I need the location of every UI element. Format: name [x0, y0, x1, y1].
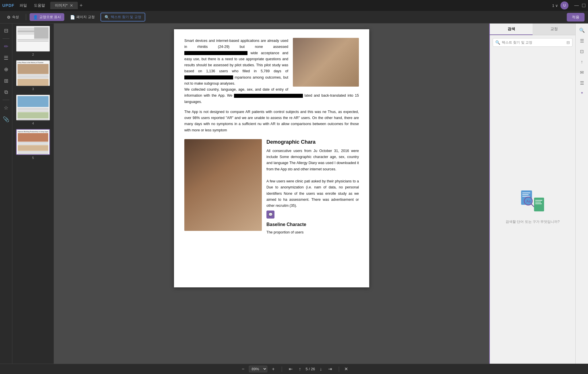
find-replace-label: 텍스트 찾기 및 교정 [111, 15, 141, 20]
zoom-in-button[interactable]: + [270, 366, 276, 372]
left-icon-bookmark[interactable]: ☆ [2, 103, 10, 113]
page-correction-button[interactable]: 📄 페이지 교정 [67, 13, 98, 21]
page-text-app: The App is not designed to compare AR pa… [184, 109, 359, 133]
thumbnail-image-5: Improve Working Productivity in Using Ap… [16, 129, 50, 155]
redacted-text-2 [184, 75, 233, 79]
comment-bubble[interactable]: 💬 [266, 211, 274, 219]
bottom-separator-2 [339, 367, 339, 372]
page-separator: / [309, 367, 311, 371]
left-icon-separator-2 [3, 100, 9, 100]
right-controls: 1 ∨ U [552, 1, 568, 9]
tab-close-button[interactable]: ✕ [70, 3, 73, 8]
panel-search-input[interactable] [502, 40, 565, 44]
left-icon-bar: ⊟ ✏ ☰ ⊕ ⊞ ⧉ ☆ 📎 [0, 24, 12, 364]
toolbar: ⚙ 속성 👤 교정으로 표시 📄 페이지 교정 🔍 텍스트 찾기 및 교정 적용 [0, 11, 588, 24]
thumbnail-sidebar: 2 A Key Phase in the History of Tourism … [12, 24, 54, 364]
panel-empty-state: Aa 검색할 단어 또는 구가 무엇입니까? [490, 50, 575, 364]
svg-rect-2 [522, 194, 529, 195]
user-avatar[interactable]: U [560, 1, 568, 9]
panel-tabs: 검색 교정 [490, 24, 575, 35]
thumbnail-number-4: 4 [32, 122, 34, 125]
first-page-button[interactable]: ⇤ [287, 366, 294, 372]
left-icon-layers[interactable]: ⧉ [3, 87, 10, 97]
prev-page-button[interactable]: ↑ [297, 366, 303, 372]
left-icon-separator [3, 38, 9, 39]
svg-rect-1 [522, 192, 530, 193]
bottom-separator [282, 367, 282, 372]
svg-rect-10 [535, 203, 542, 204]
left-icon-thumbnail[interactable]: ⊟ [2, 26, 10, 36]
bottom-bar: − 89% 75% 100% 125% 150% + ⇤ ↑ 5 / 26 ↓ … [0, 364, 588, 374]
settings-label: 속성 [12, 15, 19, 20]
zoom-out-button[interactable]: − [240, 366, 246, 372]
right-icon-bar: 🔍 ☰ ⊡ ↑ ✉ ☰ ✦ [575, 24, 588, 364]
right-panel: 검색 교정 🔍 ⊟ A [489, 24, 575, 364]
menu-file[interactable]: 파일 [18, 3, 29, 8]
menu-help[interactable]: 도움말 [32, 3, 47, 8]
right-icon-page[interactable]: ⊡ [578, 47, 585, 56]
page-info: 5 / 26 [306, 367, 315, 371]
thumbnail-number-2: 2 [32, 53, 34, 56]
active-tab[interactable]: 이미지* ✕ [50, 2, 78, 9]
pdf-viewer[interactable]: Smart devices and internet-based applica… [54, 24, 489, 364]
minimize-button[interactable]: — [574, 3, 579, 8]
panel-search-icon: 🔍 [495, 40, 500, 45]
thumbnail-number-3: 3 [32, 87, 34, 91]
top-bar: UPDF 파일 도움말 이미지* ✕ + 1 ∨ U — ☐ [0, 0, 588, 11]
right-icon-mail[interactable]: ✉ [578, 68, 585, 77]
total-pages: 26 [311, 367, 315, 371]
left-icon-grid[interactable]: ⊞ [2, 76, 10, 86]
zoom-select[interactable]: 89% 75% 100% 125% 150% [249, 366, 267, 372]
left-icon-attach[interactable]: 📎 [1, 114, 11, 124]
thumbnail-image-3: A Key Phase in the History of Tourism [16, 60, 50, 86]
svg-line-5 [531, 204, 534, 207]
thumbnail-item-3[interactable]: A Key Phase in the History of Tourism 3 [13, 60, 53, 91]
show-correction-button[interactable]: 👤 교정으로 표시 [30, 13, 64, 21]
toolbar-separator [26, 14, 26, 20]
last-page-button[interactable]: ⇥ [326, 366, 334, 372]
version-label: 1 ∨ [552, 3, 558, 8]
show-correction-icon: 👤 [33, 15, 38, 20]
right-icon-ai[interactable]: ✦ [579, 89, 585, 97]
svg-text:Aa: Aa [526, 199, 531, 203]
panel-tab-search[interactable]: 검색 [490, 24, 533, 35]
left-icon-edit[interactable]: ✏ [2, 42, 10, 51]
redacted-text-1 [184, 51, 247, 55]
thumbnail-item-4[interactable]: 4 [13, 95, 53, 125]
maximize-button[interactable]: ☐ [582, 3, 586, 8]
thumbnail-item-5[interactable]: Improve Working Productivity in Using Ap… [13, 129, 53, 159]
thumbnail-image-2 [16, 26, 50, 52]
page-correction-icon: 📄 [70, 15, 75, 20]
main-area: ⊟ ✏ ☰ ⊕ ⊞ ⧉ ☆ 📎 [0, 24, 588, 364]
right-icon-settings[interactable]: ☰ [578, 79, 586, 87]
left-icon-add-page[interactable]: ⊕ [2, 65, 10, 74]
apply-button[interactable]: 적용 [567, 13, 585, 22]
right-icon-list[interactable]: ☰ [578, 36, 586, 45]
window-controls: — ☐ [574, 3, 586, 8]
demographic-section: Demographic Chara All consecutive users … [184, 139, 359, 236]
new-tab-button[interactable]: + [80, 3, 83, 9]
current-page: 5 [306, 367, 308, 371]
next-page-button[interactable]: ↓ [318, 366, 324, 372]
svg-rect-7 [534, 198, 544, 211]
find-replace-button[interactable]: 🔍 텍스트 찾기 및 교정 [100, 13, 145, 22]
thumbnail-item-2[interactable]: 2 [13, 26, 53, 56]
svg-rect-8 [535, 200, 542, 201]
bottom-close-button[interactable]: ✕ [344, 366, 348, 372]
find-replace-illustration: Aa [520, 189, 546, 215]
page-correction-label: 페이지 교정 [76, 15, 94, 20]
right-icon-search[interactable]: 🔍 [577, 26, 587, 35]
panel-filter-icon[interactable]: ⊟ [566, 40, 570, 45]
find-replace-icon: 🔍 [105, 15, 109, 20]
panel-empty-illustration: Aa [520, 189, 546, 215]
right-icon-upload[interactable]: ↑ [579, 58, 585, 66]
redacted-text-3 [234, 94, 303, 98]
tab-area: 이미지* ✕ + [50, 2, 549, 9]
zoom-display: 89% 75% 100% 125% 150% [249, 366, 267, 372]
settings-icon: ⚙ [7, 15, 11, 20]
app-logo: UPDF [2, 3, 14, 8]
left-icon-annotate[interactable]: ☰ [2, 53, 10, 63]
panel-tab-correction[interactable]: 교정 [533, 24, 575, 35]
panel-empty-text: 검색할 단어 또는 구가 무엇입니까? [500, 219, 565, 224]
settings-button[interactable]: ⚙ 속성 [3, 13, 22, 21]
